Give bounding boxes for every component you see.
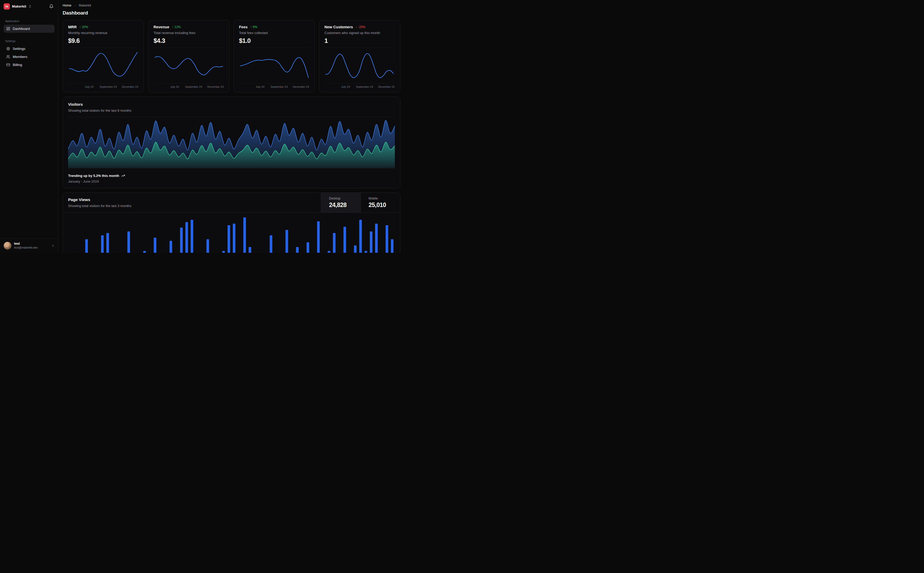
user-menu[interactable]: test test@makerkit.dev (0, 238, 58, 253)
x-axis-labels: July 24 September 24 December 24 (154, 85, 224, 89)
trend-badge: ↓-25% (356, 25, 366, 29)
toggle-value: 25,010 (369, 202, 397, 208)
visitors-area-chart (68, 117, 395, 169)
sidebar-item-label: Billing (13, 63, 22, 67)
trend-badge: ↑9% (250, 25, 257, 29)
page-views-title: Page Views (68, 197, 316, 202)
x-tick: July 24 (85, 85, 94, 88)
arrow-up-icon: ↑ (172, 25, 173, 29)
page-views-header: Page Views Showing total visitors for th… (63, 193, 400, 213)
x-tick: December 24 (207, 85, 224, 88)
users-icon (6, 55, 10, 59)
page-views-bar-chart (68, 216, 395, 253)
visitors-card: Visitors Showing total visitors for the … (63, 97, 400, 188)
stat-subtitle: Customers who signed up this month (325, 31, 395, 35)
x-tick: September 24 (356, 85, 373, 88)
breadcrumb-current: Makerkit (79, 4, 91, 7)
trend-value: 20% (82, 25, 88, 29)
x-tick: December 24 (293, 85, 309, 88)
sidebar-nav-application: Dashboard (4, 25, 55, 33)
x-tick: July 24 (256, 85, 264, 88)
toggle-value: 24,828 (329, 202, 358, 208)
stat-subtitle: Total fees collected (239, 31, 309, 35)
workspace-switcher[interactable]: m Makerkit (4, 3, 32, 9)
revenue-sparkline-chart (154, 47, 224, 84)
stat-title: Revenue (154, 25, 169, 29)
trend-value: 9% (253, 25, 257, 29)
x-axis-labels: July 24 September 24 December 24 (68, 85, 138, 89)
stat-card-fees: Fees ↑9% Total fees collected $1.0 July … (234, 20, 315, 92)
stat-title: New Customers (325, 25, 353, 29)
visitors-subtitle: Showing total visitors for the last 6 mo… (68, 108, 395, 113)
makerkit-logo: m (4, 3, 10, 9)
x-axis-labels: July 24 September 24 December 24 (325, 85, 395, 89)
sidebar-item-label: Members (13, 55, 27, 59)
arrow-up-icon: ↑ (79, 25, 81, 29)
sidebar-item-label: Settings (13, 47, 25, 51)
page-views-subtitle: Showing total visitors for the last 3 mo… (68, 204, 316, 208)
trend-badge: ↑20% (79, 25, 88, 29)
stat-cards-row: MRR ↑20% Monthly recurring revenue $9.6 … (63, 20, 400, 92)
trend-badge: ↑12% (172, 25, 180, 29)
visitors-title: Visitors (68, 102, 395, 107)
user-email: test@makerkit.dev (14, 246, 49, 250)
chevron-right-icon (74, 4, 77, 7)
sidebar-item-members[interactable]: Members (4, 53, 55, 61)
toggle-desktop[interactable]: Desktop 24,828 (321, 193, 361, 213)
sidebar-item-billing[interactable]: Billing (4, 61, 55, 69)
x-tick: September 24 (185, 85, 202, 88)
stat-value: $4.3 (154, 37, 224, 44)
sidebar-item-settings[interactable]: Settings (4, 45, 55, 53)
x-tick: December 24 (122, 85, 138, 88)
chevrons-up-down-icon (52, 244, 55, 247)
gear-icon (6, 47, 10, 51)
arrow-down-icon: ↓ (356, 25, 357, 29)
stat-title: MRR (68, 25, 77, 29)
sidebar-section-settings: Settings (5, 39, 53, 42)
stat-card-new-customers: New Customers ↓-25% Customers who signed… (319, 20, 400, 92)
arrow-up-icon: ↑ (250, 25, 252, 29)
stat-value: 1 (325, 37, 395, 44)
bell-icon (49, 4, 53, 9)
stat-card-revenue: Revenue ↑12% Total revenue including fee… (148, 20, 229, 92)
page-views-card: Page Views Showing total visitors for th… (63, 193, 400, 253)
stat-card-mrr: MRR ↑20% Monthly recurring revenue $9.6 … (63, 20, 144, 92)
trend-value: 12% (174, 25, 180, 29)
x-axis-labels: July 24 September 24 December 24 (239, 85, 309, 89)
x-tick: July 24 (170, 85, 179, 88)
breadcrumb: Home Makerkit (63, 4, 400, 7)
sidebar-section-application: Application (5, 19, 53, 23)
x-tick: September 24 (271, 85, 288, 88)
visitors-period: January - June 2024 (68, 180, 395, 183)
main-content: Home Makerkit Dashboard MRR ↑20% Monthly… (58, 0, 405, 253)
toggle-label: Mobile (369, 197, 397, 200)
stat-subtitle: Total revenue including fees (154, 31, 224, 35)
trending-up-icon (121, 174, 125, 178)
layout-dashboard-icon (6, 27, 10, 31)
sidebar-header: m Makerkit (4, 3, 55, 9)
sidebar-item-label: Dashboard (13, 27, 30, 31)
sidebar-item-dashboard[interactable]: Dashboard (4, 25, 55, 33)
breadcrumb-home-link[interactable]: Home (63, 4, 71, 7)
sidebar: m Makerkit Application Dashboard Sett (0, 0, 58, 253)
app-root: m Makerkit Application Dashboard Sett (0, 0, 405, 253)
x-tick: September 24 (100, 85, 117, 88)
stat-subtitle: Monthly recurring revenue (68, 31, 138, 35)
toggle-label: Desktop (329, 197, 358, 200)
trend-value: -25% (358, 25, 366, 29)
sidebar-nav-settings: Settings Members Billing (4, 45, 55, 69)
stat-value: $1.0 (239, 37, 309, 44)
stat-value: $9.6 (68, 37, 138, 44)
credit-card-icon (6, 63, 10, 67)
user-name: test (14, 242, 49, 246)
visitors-trend-text: Trending up by 5.2% this month (68, 174, 119, 178)
visitors-footer: Trending up by 5.2% this month January -… (68, 174, 395, 183)
user-meta: test test@makerkit.dev (14, 242, 49, 249)
workspace-name: Makerkit (12, 5, 26, 8)
page-title: Dashboard (63, 10, 400, 16)
toggle-mobile[interactable]: Mobile 25,010 (361, 193, 400, 213)
notifications-button[interactable] (48, 3, 55, 9)
avatar (4, 242, 11, 250)
new-customers-sparkline-chart (325, 47, 395, 84)
fees-sparkline-chart (239, 47, 309, 84)
